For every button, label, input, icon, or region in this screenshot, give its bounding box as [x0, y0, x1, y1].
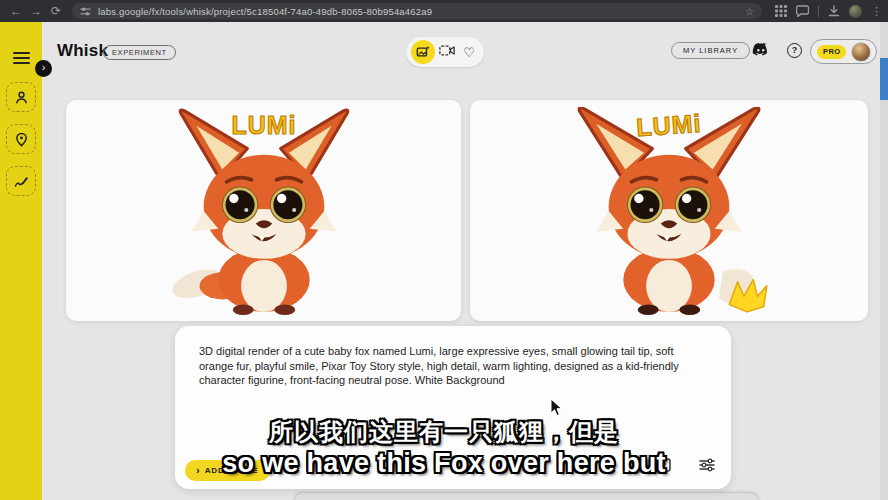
image-label-left: LUMi [231, 111, 296, 139]
my-library-button[interactable]: MY LIBRARY [671, 42, 750, 59]
sidebar-item-style[interactable] [6, 166, 36, 196]
prompt-text[interactable]: 3D digital render of a cute baby fox nam… [199, 344, 699, 388]
discord-icon [751, 43, 770, 58]
next-panel-edge [293, 492, 760, 500]
whisk-app-screen: ← → ⟳ labs.google/fx/tools/whisk/project… [0, 0, 888, 500]
toolbar-divider [818, 6, 819, 17]
pro-badge: PRO [817, 45, 846, 59]
fox-illustration-right: LUMi [544, 107, 794, 315]
discord-button[interactable] [751, 43, 770, 62]
address-bar[interactable]: labs.google/fx/tools/whisk/project/5c185… [72, 3, 762, 19]
browser-back-icon[interactable]: ← [6, 4, 26, 18]
image-spark-icon [416, 45, 430, 59]
browser-menu-icon[interactable]: ⋮ [871, 5, 882, 18]
subtitle-chinese: 所以我们这里有一只狐狸，但是 [0, 416, 888, 448]
video-camera-icon [439, 44, 455, 57]
experiment-badge: EXPERIMENT [103, 45, 176, 60]
bookmark-star-icon[interactable]: ☆ [745, 6, 754, 17]
browser-profile-avatar[interactable] [849, 5, 862, 18]
favorites-button[interactable]: ♡ [459, 43, 479, 61]
tab-groups-icon[interactable] [775, 5, 787, 17]
person-icon [14, 90, 29, 105]
mouse-cursor [550, 398, 563, 417]
download-icon[interactable] [828, 5, 840, 17]
generated-image-right[interactable]: LUMi [470, 100, 868, 321]
sidebar-collapse-button[interactable]: › [35, 60, 52, 77]
mode-switcher: ♡ [406, 37, 484, 67]
location-pin-icon [14, 132, 29, 147]
menu-icon[interactable] [13, 52, 30, 64]
heart-icon: ♡ [463, 45, 475, 60]
browser-actions: ⋮ [775, 0, 882, 22]
browser-reload-icon[interactable]: ⟳ [46, 4, 66, 18]
video-mode-button[interactable] [437, 43, 457, 61]
url-text[interactable]: labs.google/fx/tools/whisk/project/5c185… [98, 6, 739, 17]
browser-toolbar: ← → ⟳ labs.google/fx/tools/whisk/project… [0, 0, 888, 22]
image-mode-button[interactable] [411, 40, 435, 64]
page-title: Whisk [57, 41, 108, 61]
sidebar-item-subject[interactable] [6, 82, 36, 112]
account-avatar [851, 42, 871, 62]
fox-illustration-left: LUMi [139, 107, 389, 315]
image-label-right: LUMi [635, 108, 702, 140]
generated-image-left[interactable]: LUMi [66, 100, 461, 321]
scrollbar-thumb[interactable] [880, 58, 888, 100]
account-button[interactable]: PRO [810, 39, 877, 64]
browser-forward-icon[interactable]: → [26, 4, 46, 18]
pen-style-icon [14, 174, 29, 189]
help-button[interactable]: ? [787, 43, 802, 58]
subtitle-english: so we have this Fox over here but [0, 448, 888, 479]
chat-bubble-icon[interactable] [796, 5, 809, 17]
site-info-icon[interactable] [80, 6, 91, 17]
sidebar-item-scene[interactable] [6, 124, 36, 154]
